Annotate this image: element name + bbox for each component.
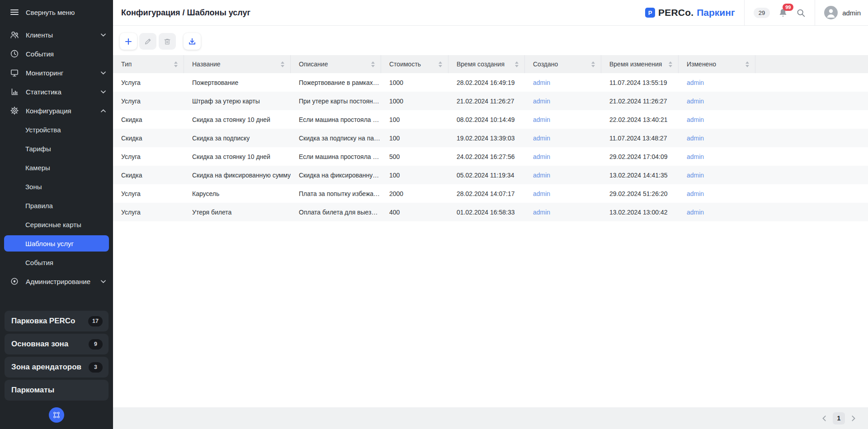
cell-description: Оплата билета для выез… (291, 209, 381, 216)
frame-icon (52, 411, 61, 419)
cell-description: Если машина простояла … (291, 153, 381, 160)
sidebar-item-events[interactable]: События (0, 44, 113, 63)
search-button[interactable] (796, 8, 806, 18)
zone-label: Зона арендаторов (11, 363, 81, 372)
sort-icon[interactable] (281, 61, 284, 67)
zone-card[interactable]: Паркоматы (5, 380, 108, 401)
cell-created-at: 21.02.2024 11:26:27 (448, 98, 525, 105)
collapse-menu-button[interactable]: Свернуть меню (0, 2, 113, 23)
chevron-right-icon (852, 415, 855, 421)
cell-created-by-link[interactable]: admin (525, 172, 601, 179)
column-header[interactable]: Описание (291, 55, 381, 73)
sort-icon[interactable] (591, 61, 595, 67)
cell-cost: 1000 (381, 98, 448, 105)
sidebar-subitem[interactable]: Устройства (0, 120, 113, 139)
cell-modified-by-link[interactable]: admin (679, 98, 755, 105)
cell-modified-at: 29.02.2024 51:26:20 (601, 190, 679, 197)
column-header[interactable]: Название (184, 55, 291, 73)
current-page[interactable]: 1 (833, 412, 845, 424)
app-root: Свернуть меню Клиенты События (0, 0, 868, 429)
zone-card[interactable]: Парковка PERCo 17 (5, 311, 108, 331)
edit-button[interactable] (139, 33, 156, 50)
sidebar-subitem[interactable]: Шаблоны услуг (4, 235, 109, 252)
clients-icon (10, 30, 19, 39)
sidebar-item-configuration[interactable]: Конфигурация (0, 101, 113, 120)
map-editor-button[interactable] (49, 407, 64, 423)
sidebar-item-clients[interactable]: Клиенты (0, 25, 113, 44)
cell-modified-by-link[interactable]: admin (679, 172, 755, 179)
cell-modified-by-link[interactable]: admin (679, 190, 755, 197)
sidebar-menu: Клиенты События Мониторинг (0, 25, 113, 291)
table-row[interactable]: Услуга Штраф за утерю карты При утере ка… (113, 92, 868, 110)
cell-modified-by-link[interactable]: admin (679, 209, 755, 216)
table-row[interactable]: Услуга Пожертвование Пожертвование в рам… (113, 73, 868, 92)
cell-created-by-link[interactable]: admin (525, 79, 601, 86)
cell-created-at: 28.02.2024 16:49:19 (448, 79, 525, 86)
add-button[interactable] (120, 33, 137, 50)
column-header-label: Описание (299, 61, 328, 68)
notifications-button[interactable]: 99 (778, 8, 788, 18)
table-header: Тип Название Описание Стоимость (113, 55, 868, 73)
sidebar-subitem[interactable]: Зоны (0, 177, 113, 196)
sort-icon[interactable] (439, 61, 442, 67)
zone-card[interactable]: Зона арендаторов 3 (5, 357, 108, 378)
table-row[interactable]: Скидка Скидка на фиксированную сумму Ски… (113, 166, 868, 184)
sidebar-subitem[interactable]: Правила (0, 196, 113, 215)
cell-created-by-link[interactable]: admin (525, 209, 601, 216)
sidebar-item-monitoring[interactable]: Мониторинг (0, 63, 113, 82)
sidebar-subitem[interactable]: Тарифы (0, 139, 113, 158)
delete-button[interactable] (159, 33, 176, 50)
sidebar-subitem[interactable]: События (0, 253, 113, 272)
counter-badge[interactable]: 29 (754, 8, 770, 18)
export-button[interactable] (184, 33, 201, 50)
sort-icon[interactable] (515, 61, 519, 67)
logo: P PERCo. Паркинг (645, 7, 735, 18)
sidebar-subitem[interactable]: Камеры (0, 158, 113, 177)
column-header[interactable]: Изменено (679, 55, 755, 73)
pencil-icon (144, 37, 152, 46)
cell-modified-at: 21.02.2024 11:26:27 (601, 98, 679, 105)
table-row[interactable]: Услуга Скидка за стоянку 10 дней Если ма… (113, 147, 868, 166)
eye-icon (10, 277, 19, 286)
cell-cost: 100 (381, 116, 448, 123)
cell-modified-by-link[interactable]: admin (679, 116, 755, 123)
cell-modified-by-link[interactable]: admin (679, 153, 755, 160)
sidebar-item-statistics[interactable]: Статистика (0, 82, 113, 101)
column-header[interactable]: Тип (113, 55, 184, 73)
cell-created-by-link[interactable]: admin (525, 116, 601, 123)
sort-icon[interactable] (371, 61, 375, 67)
cell-created-at: 08.02.2024 10:14:49 (448, 116, 525, 123)
sidebar-subitem[interactable]: Сервисные карты (0, 215, 113, 234)
zone-card[interactable]: Основная зона 9 (5, 334, 108, 354)
table-row[interactable]: Скидка Скидка за стоянку 10 дней Если ма… (113, 110, 868, 129)
next-page-button[interactable] (852, 415, 855, 421)
cell-created-by-link[interactable]: admin (525, 135, 601, 142)
user-name[interactable]: admin (842, 9, 861, 17)
sidebar-subitem-label: Устройства (25, 126, 61, 134)
avatar[interactable] (824, 6, 838, 19)
sidebar-item-label: Статистика (26, 88, 61, 96)
cell-created-by-link[interactable]: admin (525, 153, 601, 160)
table-row[interactable]: Услуга Карусель Плата за попытку избежа…… (113, 184, 868, 203)
column-header[interactable] (755, 55, 868, 73)
sort-icon[interactable] (174, 61, 178, 67)
cell-created-by-link[interactable]: admin (525, 190, 601, 197)
column-header[interactable]: Время создания (448, 55, 525, 73)
cell-modified-by-link[interactable]: admin (679, 79, 755, 86)
column-header[interactable]: Создано (525, 55, 601, 73)
cell-created-by-link[interactable]: admin (525, 98, 601, 105)
main-content: Конфигурация / Шаблоны услуг P PERCo. Па… (113, 0, 868, 429)
cell-modified-by-link[interactable]: admin (679, 135, 755, 142)
prev-page-button[interactable] (822, 415, 826, 421)
table-row[interactable]: Услуга Утеря билета Оплата билета для вы… (113, 203, 868, 221)
zone-label: Паркоматы (11, 386, 54, 395)
sort-icon[interactable] (669, 61, 672, 67)
sort-icon[interactable] (745, 61, 749, 67)
cell-modified-at: 22.02.2024 13:40:21 (601, 116, 679, 123)
sidebar-item-administration[interactable]: Администрирование (0, 272, 113, 291)
column-header[interactable]: Стоимость (381, 55, 448, 73)
collapse-menu-label: Свернуть меню (26, 9, 75, 16)
table-row[interactable]: Скидка Скидка за подписку Скидка за подп… (113, 129, 868, 147)
cell-modified-at: 11.07.2024 13:55:19 (601, 79, 679, 86)
column-header[interactable]: Время изменения (601, 55, 679, 73)
